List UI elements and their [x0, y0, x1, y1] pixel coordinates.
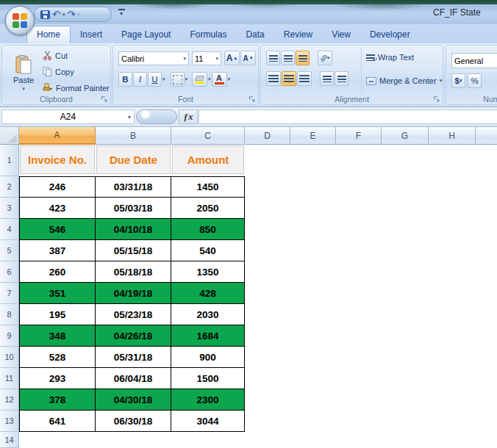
top-align-button[interactable]: [266, 51, 280, 65]
cell-B13[interactable]: 06/30/18: [96, 411, 171, 432]
tab-page-layout[interactable]: Page Layout: [112, 26, 180, 43]
cell-A9[interactable]: 348: [19, 325, 96, 347]
cell-B12[interactable]: 04/30/18: [96, 389, 171, 411]
percent-style-button[interactable]: %: [468, 73, 482, 88]
table-header-cell[interactable]: Due Date: [96, 145, 171, 174]
tab-review[interactable]: Review: [274, 26, 322, 43]
cell-B2[interactable]: 03/31/18: [96, 176, 171, 198]
cell-B11[interactable]: 06/04/18: [96, 368, 171, 389]
borders-dropdown-icon[interactable]: ▾: [185, 76, 188, 82]
tab-developer[interactable]: Developer: [360, 26, 420, 43]
cell-A7[interactable]: 351: [19, 283, 96, 304]
cell-C6[interactable]: 1350: [171, 261, 245, 283]
row-header-14[interactable]: 14: [0, 432, 19, 448]
column-header-C[interactable]: C: [171, 127, 245, 145]
tab-home[interactable]: Home: [26, 26, 71, 43]
cell-C11[interactable]: 1500: [171, 368, 245, 389]
paste-button[interactable]: Paste ▾: [8, 48, 39, 98]
font-name-combobox[interactable]: Calibri ▾: [118, 51, 189, 65]
row-header-5[interactable]: 5: [0, 240, 19, 261]
cell-B5[interactable]: 05/15/18: [96, 240, 171, 261]
select-all-corner[interactable]: [0, 127, 19, 145]
decrease-indent-button[interactable]: [320, 71, 334, 86]
row-header-10[interactable]: 10: [0, 347, 19, 368]
middle-align-button[interactable]: [281, 51, 295, 65]
column-header-G[interactable]: G: [382, 127, 429, 145]
row-header-12[interactable]: 12: [0, 389, 19, 411]
grow-font-button[interactable]: A▲: [224, 51, 240, 65]
cell-B8[interactable]: 05/23/18: [96, 304, 171, 325]
merge-center-button[interactable]: Merge & Center ▾: [366, 76, 442, 85]
table-header-cell[interactable]: Amount: [172, 145, 244, 174]
cell-C9[interactable]: 1684: [171, 325, 245, 347]
cell-C5[interactable]: 540: [171, 240, 245, 261]
cell-A12[interactable]: 378: [19, 389, 96, 411]
cell-B9[interactable]: 04/26/18: [96, 325, 171, 347]
bold-button[interactable]: B: [118, 72, 132, 87]
cell-C10[interactable]: 900: [171, 347, 245, 368]
column-header-E[interactable]: E: [290, 127, 336, 145]
cell-C7[interactable]: 428: [171, 283, 245, 304]
cell-B10[interactable]: 05/31/18: [96, 347, 171, 368]
copy-button[interactable]: Copy: [43, 67, 74, 76]
customize-quick-access-icon[interactable]: ▾: [116, 9, 126, 16]
cell-C4[interactable]: 850: [171, 219, 245, 240]
name-box-dropdown-icon[interactable]: ▾: [128, 114, 131, 120]
table-header-cell[interactable]: Invoice No.: [20, 145, 95, 174]
font-size-combobox[interactable]: 11 ▾: [192, 51, 221, 65]
align-left-button[interactable]: [266, 71, 281, 86]
cell-A13[interactable]: 641: [19, 411, 96, 432]
column-header-partial[interactable]: [476, 127, 497, 145]
center-button[interactable]: [282, 71, 296, 86]
cell-A4[interactable]: 546: [19, 219, 96, 240]
formula-input[interactable]: [199, 109, 497, 124]
accounting-format-button[interactable]: $ ▾: [451, 73, 465, 88]
row-header-9[interactable]: 9: [0, 325, 19, 347]
cell-C13[interactable]: 3044: [171, 411, 245, 432]
borders-button[interactable]: [171, 72, 185, 87]
tab-formulas[interactable]: Formulas: [180, 26, 236, 43]
fill-color-button[interactable]: [192, 72, 207, 87]
cells-area[interactable]: Invoice No.Due DateAmount24603/31/181450…: [19, 145, 497, 448]
cell-C3[interactable]: 2050: [171, 198, 245, 219]
undo-icon[interactable]: ↶: [52, 10, 60, 19]
paste-dropdown-icon[interactable]: ▾: [22, 86, 25, 92]
cell-B4[interactable]: 04/10/18: [96, 219, 171, 240]
increase-indent-button[interactable]: [335, 71, 348, 86]
alignment-dialog-launcher-icon[interactable]: [433, 95, 440, 103]
row-header-11[interactable]: 11: [0, 368, 19, 389]
row-header-1[interactable]: 1: [0, 145, 19, 176]
font-color-button[interactable]: A: [212, 72, 227, 87]
number-format-combobox[interactable]: General ▾: [451, 53, 497, 68]
column-header-A[interactable]: A: [19, 127, 96, 145]
format-painter-button[interactable]: Format Painter: [43, 83, 110, 93]
merge-center-dropdown-icon[interactable]: ▾: [440, 78, 443, 84]
cell-A5[interactable]: 387: [19, 240, 96, 261]
insert-function-button[interactable]: ƒx: [179, 109, 198, 124]
cell-B3[interactable]: 05/03/18: [96, 198, 171, 219]
align-right-button[interactable]: [297, 71, 312, 86]
row-header-3[interactable]: 3: [0, 198, 19, 219]
row-header-4[interactable]: 4: [0, 219, 19, 240]
shrink-font-button[interactable]: A▼: [240, 51, 256, 65]
save-icon[interactable]: [40, 10, 50, 19]
wrap-text-button[interactable]: ↵ Wrap Text: [366, 53, 414, 62]
name-box[interactable]: A24 ▾: [1, 109, 135, 124]
cell-C2[interactable]: 1450: [171, 176, 245, 198]
underline-button[interactable]: U: [148, 72, 162, 87]
column-header-B[interactable]: B: [96, 127, 171, 145]
cell-C8[interactable]: 2030: [171, 304, 245, 325]
cell-A8[interactable]: 195: [19, 304, 96, 325]
row-header-7[interactable]: 7: [0, 283, 19, 304]
cut-button[interactable]: Cut: [43, 51, 68, 60]
cell-A11[interactable]: 293: [19, 368, 96, 389]
cell-B6[interactable]: 05/18/18: [96, 261, 171, 283]
clipboard-dialog-launcher-icon[interactable]: [101, 95, 108, 103]
cell-C12[interactable]: 2300: [171, 389, 245, 411]
cell-B7[interactable]: 04/19/18: [96, 283, 171, 304]
cell-A6[interactable]: 260: [19, 261, 96, 283]
cell-A10[interactable]: 528: [19, 347, 96, 368]
column-header-D[interactable]: D: [245, 127, 290, 145]
row-header-8[interactable]: 8: [0, 304, 19, 325]
italic-button[interactable]: I: [133, 72, 147, 87]
